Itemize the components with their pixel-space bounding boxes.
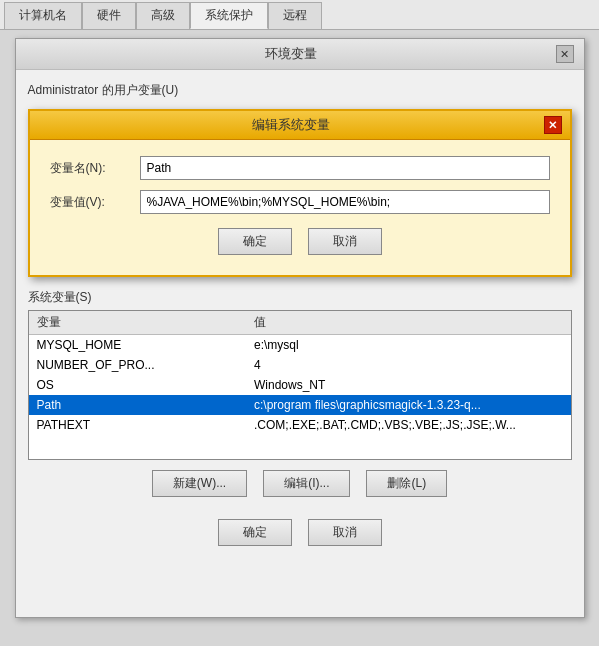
tab-remote[interactable]: 远程 [268, 2, 322, 29]
var-name-label: 变量名(N): [50, 160, 140, 177]
tab-bar: 计算机名 硬件 高级 系统保护 远程 [0, 0, 599, 30]
edit-dialog-buttons: 确定 取消 [50, 228, 550, 263]
col-var-header: 变量 [29, 311, 246, 335]
var-value-label: 变量值(V): [50, 194, 140, 211]
table-cell-var: OS [29, 375, 246, 395]
env-title-bar: 环境变量 ✕ [16, 39, 584, 70]
table-cell-val: Windows_NT [246, 375, 571, 395]
edit-ok-button[interactable]: 确定 [218, 228, 292, 255]
sys-table-body: MYSQL_HOMEe:\mysqlNUMBER_OF_PRO...4OSWin… [29, 335, 571, 436]
tab-computer-name[interactable]: 计算机名 [4, 2, 82, 29]
tab-hardware[interactable]: 硬件 [82, 2, 136, 29]
sys-section-label: 系统变量(S) [28, 289, 572, 306]
table-row[interactable]: NUMBER_OF_PRO...4 [29, 355, 571, 375]
sys-table-container[interactable]: 变量 值 MYSQL_HOMEe:\mysqlNUMBER_OF_PRO...4… [28, 310, 572, 460]
env-window-title: 环境变量 [26, 45, 556, 63]
edit-title-bar: 编辑系统变量 ✕ [30, 111, 570, 140]
edit-cancel-button[interactable]: 取消 [308, 228, 382, 255]
delete-sys-var-button[interactable]: 删除(L) [366, 470, 447, 497]
edit-sys-var-button[interactable]: 编辑(I)... [263, 470, 350, 497]
edit-dialog: 编辑系统变量 ✕ 变量名(N): 变量值(V): 确定 取消 [28, 109, 572, 277]
edit-body: 变量名(N): 变量值(V): 确定 取消 [30, 140, 570, 275]
table-cell-var: NUMBER_OF_PRO... [29, 355, 246, 375]
table-cell-val: e:\mysql [246, 335, 571, 356]
env-close-button[interactable]: ✕ [556, 45, 574, 63]
env-window: 环境变量 ✕ Administrator 的用户变量(U) 编辑系统变量 ✕ 变… [15, 38, 585, 618]
new-sys-var-button[interactable]: 新建(W)... [152, 470, 247, 497]
var-value-input[interactable] [140, 190, 550, 214]
var-value-row: 变量值(V): [50, 190, 550, 214]
edit-dialog-close-button[interactable]: ✕ [544, 116, 562, 134]
table-cell-var: PATHEXT [29, 415, 246, 435]
table-cell-var: MYSQL_HOME [29, 335, 246, 356]
table-cell-val: 4 [246, 355, 571, 375]
sys-table-header: 变量 值 [29, 311, 571, 335]
edit-dialog-title: 编辑系统变量 [38, 116, 544, 134]
tab-advanced[interactable]: 高级 [136, 2, 190, 29]
sys-buttons: 新建(W)... 编辑(I)... 删除(L) [28, 470, 572, 497]
table-row[interactable]: MYSQL_HOMEe:\mysql [29, 335, 571, 356]
table-cell-val: .COM;.EXE;.BAT;.CMD;.VBS;.VBE;.JS;.JSE;.… [246, 415, 571, 435]
bottom-buttons: 确定 取消 [28, 511, 572, 554]
env-body: Administrator 的用户变量(U) 编辑系统变量 ✕ 变量名(N): … [16, 70, 584, 566]
var-name-input[interactable] [140, 156, 550, 180]
bottom-ok-button[interactable]: 确定 [218, 519, 292, 546]
table-row[interactable]: PATHEXT.COM;.EXE;.BAT;.CMD;.VBS;.VBE;.JS… [29, 415, 571, 435]
bottom-cancel-button[interactable]: 取消 [308, 519, 382, 546]
table-cell-val: c:\program files\graphicsmagick-1.3.23-q… [246, 395, 571, 415]
sys-table: 变量 值 MYSQL_HOMEe:\mysqlNUMBER_OF_PRO...4… [29, 311, 571, 435]
var-name-row: 变量名(N): [50, 156, 550, 180]
tab-system-protection[interactable]: 系统保护 [190, 2, 268, 29]
col-val-header: 值 [246, 311, 571, 335]
admin-section-label: Administrator 的用户变量(U) [28, 82, 572, 99]
table-row[interactable]: Pathc:\program files\graphicsmagick-1.3.… [29, 395, 571, 415]
table-row[interactable]: OSWindows_NT [29, 375, 571, 395]
table-cell-var: Path [29, 395, 246, 415]
